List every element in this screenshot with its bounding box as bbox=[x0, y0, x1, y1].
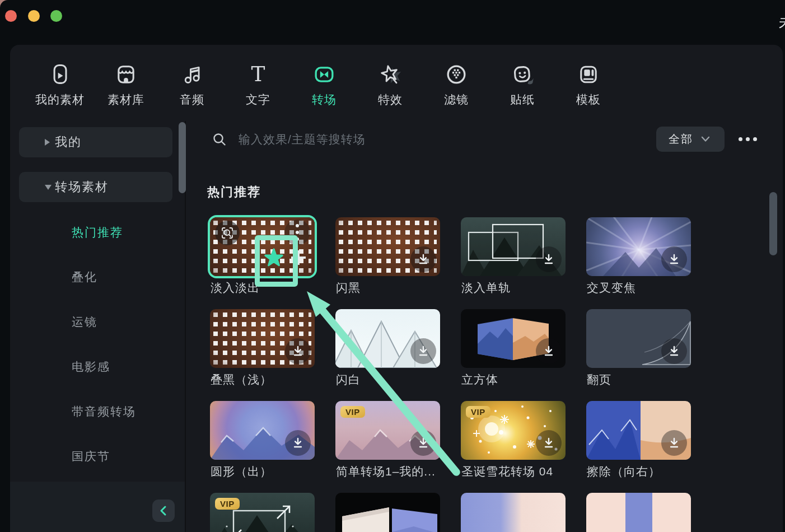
favorite-star-button[interactable] bbox=[264, 248, 284, 268]
nav-tab-label: 滤镜 bbox=[444, 92, 469, 108]
transition-cell bbox=[335, 493, 440, 532]
sidebar-item[interactable]: 叠化 bbox=[72, 269, 97, 285]
sidebar-item[interactable]: 热门推荐 bbox=[72, 225, 123, 240]
thumbnail-art bbox=[461, 493, 566, 532]
sidebar-group[interactable]: 我的 bbox=[19, 127, 172, 157]
download-button[interactable] bbox=[410, 246, 436, 272]
transition-cell: 闪黑 bbox=[335, 217, 440, 302]
preview-zoom-icon bbox=[219, 225, 236, 241]
effects-icon bbox=[377, 62, 403, 87]
search-input[interactable] bbox=[237, 129, 598, 150]
transition-thumbnail[interactable] bbox=[586, 309, 691, 368]
nav-tab-label: 文字 bbox=[246, 92, 270, 108]
transition-thumbnail[interactable] bbox=[461, 493, 566, 532]
download-button[interactable] bbox=[661, 430, 687, 456]
nav-tab[interactable]: T文字 bbox=[225, 62, 291, 108]
nav-tab[interactable]: 音频 bbox=[159, 62, 225, 108]
nav-tab[interactable]: 转场 bbox=[291, 62, 357, 108]
download-icon bbox=[416, 344, 431, 358]
download-button[interactable] bbox=[410, 338, 436, 364]
transition-thumbnail[interactable]: VIP bbox=[210, 493, 315, 532]
nav-tab[interactable]: 我的素材 bbox=[27, 62, 93, 108]
download-button[interactable] bbox=[285, 338, 311, 364]
transition-cell: VIP圣诞雪花转场 04 bbox=[461, 401, 566, 486]
transition-cell: 淡入单轨 bbox=[461, 217, 566, 302]
sidebar-item[interactable]: 电影感 bbox=[72, 359, 110, 375]
download-icon bbox=[416, 436, 431, 450]
nav-tab[interactable]: 素材库 bbox=[93, 62, 159, 108]
nav-tab[interactable]: 贴纸 bbox=[489, 62, 555, 108]
nav-tab-label: 贴纸 bbox=[510, 92, 535, 108]
transition-thumbnail[interactable] bbox=[210, 309, 315, 368]
transition-cell: 立方体 bbox=[461, 309, 566, 394]
close-button[interactable] bbox=[5, 10, 17, 22]
triangle-right-icon bbox=[45, 139, 50, 146]
download-button[interactable] bbox=[661, 246, 687, 272]
transition-label: 擦除（向右） bbox=[587, 464, 661, 479]
titlebar-clipped-text: 未 bbox=[779, 13, 785, 31]
transition-label: 交叉变焦 bbox=[587, 280, 636, 296]
download-icon bbox=[667, 436, 681, 450]
transition-thumbnail[interactable] bbox=[335, 217, 440, 276]
vip-badge: VIP bbox=[466, 406, 490, 418]
sticker-icon bbox=[510, 62, 535, 87]
nav-tab[interactable]: 特效 bbox=[357, 62, 423, 108]
vip-badge: VIP bbox=[215, 498, 240, 510]
chevron-left-icon bbox=[157, 505, 170, 517]
content-scrollbar[interactable] bbox=[769, 192, 777, 255]
transition-label: 简单转场1–我的... bbox=[336, 464, 436, 479]
sidebar-scrollbar[interactable] bbox=[179, 122, 186, 193]
thumbnail-art bbox=[586, 493, 691, 532]
transition-cell: VIP bbox=[210, 493, 315, 532]
download-button[interactable] bbox=[661, 338, 687, 364]
transition-thumbnail[interactable] bbox=[335, 493, 440, 532]
filter-icon bbox=[443, 62, 469, 87]
maximize-button[interactable] bbox=[50, 10, 62, 22]
transition-thumbnail[interactable] bbox=[586, 493, 691, 532]
sidebar-item[interactable]: 运镜 bbox=[72, 314, 97, 330]
transition-thumbnail[interactable] bbox=[210, 217, 315, 276]
minimize-button[interactable] bbox=[28, 10, 40, 22]
sidebar-group-label: 转场素材 bbox=[55, 179, 109, 195]
transition-thumbnail[interactable] bbox=[461, 309, 566, 368]
app-window: 未 我的素材素材库音频T文字转场特效滤镜贴纸模板 我的转场素材热门推荐叠化运镜电… bbox=[0, 0, 785, 532]
transition-thumbnail[interactable] bbox=[210, 401, 315, 460]
download-button[interactable] bbox=[536, 430, 562, 456]
sidebar-item[interactable]: 带音频转场 bbox=[72, 404, 136, 419]
download-button[interactable] bbox=[410, 430, 436, 456]
kebab-menu-button[interactable] bbox=[284, 220, 310, 245]
nav-tab[interactable]: 滤镜 bbox=[423, 62, 489, 108]
thumbnail-art bbox=[335, 493, 440, 532]
transition-thumbnail[interactable] bbox=[461, 217, 566, 276]
transition-thumbnail[interactable]: VIP bbox=[461, 401, 566, 460]
section-title: 热门推荐 bbox=[207, 184, 261, 200]
transition-cell bbox=[461, 493, 566, 532]
more-options-button[interactable] bbox=[735, 130, 760, 147]
transition-thumbnail[interactable] bbox=[335, 309, 440, 368]
more-dot bbox=[739, 137, 742, 141]
transition-label: 淡入单轨 bbox=[461, 280, 511, 296]
nav-tab[interactable]: 模板 bbox=[555, 62, 622, 108]
download-button[interactable] bbox=[536, 246, 562, 272]
download-icon bbox=[667, 252, 681, 267]
download-button[interactable] bbox=[285, 430, 311, 456]
transition-label: 圆形（出） bbox=[211, 464, 272, 479]
filter-dropdown[interactable]: 全部 bbox=[656, 127, 725, 152]
add-to-track-button[interactable] bbox=[290, 249, 307, 266]
audio-icon bbox=[179, 62, 205, 87]
favorite-star-icon bbox=[264, 248, 284, 268]
preview-button[interactable] bbox=[215, 221, 240, 245]
transition-thumbnail[interactable] bbox=[586, 401, 691, 460]
sidebar-group[interactable]: 转场素材 bbox=[19, 172, 172, 202]
collapse-sidebar-button[interactable] bbox=[152, 500, 175, 522]
triangle-down-icon bbox=[45, 185, 52, 190]
nav-tab-label: 素材库 bbox=[108, 92, 144, 108]
transition-thumbnail[interactable] bbox=[586, 217, 691, 276]
transition-cell: VIP简单转场1–我的... bbox=[335, 401, 440, 486]
library-icon bbox=[113, 62, 139, 87]
transition-thumbnail[interactable]: VIP bbox=[335, 401, 440, 460]
transition-icon bbox=[311, 62, 337, 87]
sidebar-item[interactable]: 国庆节 bbox=[72, 449, 110, 464]
filter-label: 全部 bbox=[669, 132, 693, 147]
download-button[interactable] bbox=[536, 338, 562, 364]
